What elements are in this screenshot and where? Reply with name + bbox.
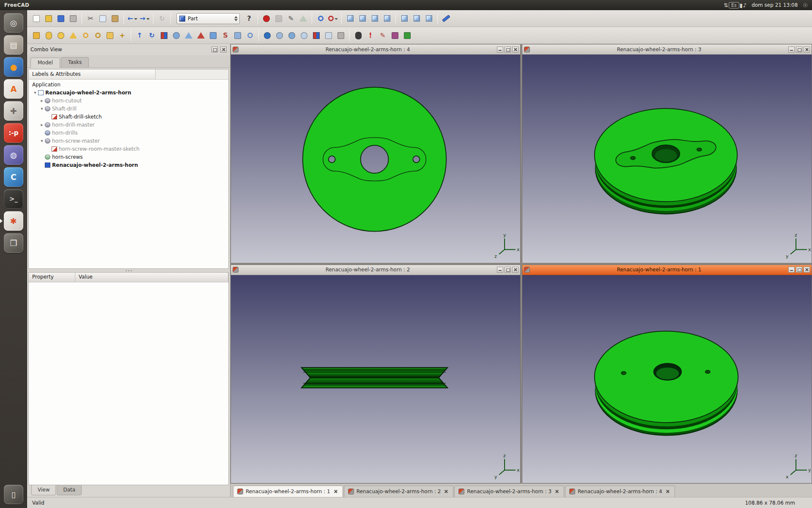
tree-item-horn-screw-room-master-sketch[interactable]: horn-screw-room-master-sketch [29, 145, 228, 153]
system-settings-icon[interactable]: ✚ [4, 101, 23, 121]
tree-down-arrow-icon[interactable]: ▾ [39, 106, 45, 111]
part-check-geometry-icon[interactable]: ! [365, 30, 376, 41]
software-center-icon[interactable]: A [4, 79, 23, 99]
viewport-titlebar[interactable]: Renacuajo-wheel-2-arms-horn : 3 [522, 44, 812, 55]
tab-data[interactable]: Data [57, 485, 82, 495]
cut-icon[interactable]: ✂ [85, 13, 96, 25]
draw-style-icon[interactable] [327, 13, 339, 25]
close-button[interactable] [804, 47, 810, 52]
maximize-button[interactable] [796, 47, 802, 52]
float-panel-icon[interactable] [211, 47, 218, 52]
measure-distance-icon[interactable] [440, 13, 452, 25]
battery-icon[interactable]: ▮ [740, 3, 743, 8]
tree-item-horn-screw-master[interactable]: ▾horn-screw-master [29, 137, 228, 145]
mdi-tab[interactable]: Renacuajo-wheel-2-arms-horn : 2 [344, 486, 454, 497]
part-appearance-icon[interactable] [352, 30, 364, 41]
tree-item-horn-cutout[interactable]: ▸horn-cutout [29, 97, 228, 105]
part-defeaturing-icon[interactable]: ✎ [377, 30, 389, 41]
part-thickness-icon[interactable] [244, 30, 256, 41]
part-extrude-icon[interactable]: ↑ [134, 30, 145, 41]
minimize-button[interactable] [497, 267, 503, 273]
launcher-window-stack[interactable]: ❒ [0, 232, 27, 254]
part-compound-icon[interactable] [335, 30, 347, 41]
part-chamfer-icon[interactable] [183, 30, 195, 41]
value-column-header[interactable]: Value [75, 273, 228, 282]
part-sphere-icon[interactable] [55, 30, 67, 41]
view-bottom-icon[interactable] [411, 13, 422, 25]
tree-item-horn-drill-master[interactable]: ▸horn-drill-master [29, 121, 228, 129]
tree-item-renacuajo-wheel-2-arms-horn[interactable]: ▾Renacuajo-wheel-2-arms-horn [29, 88, 228, 97]
view-right-icon[interactable] [381, 13, 393, 25]
part-boolean-icon[interactable] [261, 30, 273, 41]
copy-icon[interactable] [97, 13, 109, 25]
part-refine-shape-icon[interactable] [389, 30, 401, 41]
tree-down-arrow-icon[interactable]: ▾ [32, 90, 38, 95]
keyboard-layout-icon[interactable]: Es [729, 2, 739, 8]
close-icon[interactable] [443, 489, 449, 494]
launcher-firefox[interactable]: ● [0, 56, 27, 78]
part-box-icon[interactable] [30, 30, 42, 41]
tab-tasks[interactable]: Tasks [61, 57, 89, 67]
launcher-ubuntu-one[interactable]: ◍ [0, 144, 27, 166]
tree-header-label[interactable]: Labels & Attributes [29, 69, 156, 79]
macro-execute-icon[interactable] [297, 13, 309, 25]
panel-splitter[interactable] [28, 269, 229, 272]
part-sweep-icon[interactable]: S [219, 30, 231, 41]
network-icon[interactable]: ⇅ [724, 3, 728, 8]
part-section-icon[interactable] [310, 30, 322, 41]
close-icon[interactable] [333, 489, 339, 494]
view-front-icon[interactable] [357, 13, 368, 25]
close-button[interactable] [804, 267, 810, 273]
clock[interactable]: dom sep 21 13:08 [752, 2, 798, 8]
tree-right-arrow-icon[interactable]: ▸ [39, 98, 45, 103]
3d-viewport[interactable]: z x y [231, 275, 520, 483]
dropdown-caret-icon[interactable] [146, 18, 150, 22]
3d-viewport[interactable]: z x y [522, 55, 812, 263]
minimize-button[interactable] [788, 47, 795, 52]
tree-item-renacuajo-wheel-2-arms-horn[interactable]: Renacuajo-wheel-2-arms-horn [29, 161, 228, 169]
tree-item-horn-drills[interactable]: horn-drills [29, 129, 228, 137]
part-mirror-icon[interactable] [158, 30, 170, 41]
launcher-software-center[interactable]: A [0, 78, 27, 100]
open-document-icon[interactable] [43, 13, 55, 25]
freecad-icon[interactable]: ✱ [4, 211, 23, 231]
part-tube-icon[interactable] [92, 30, 104, 41]
launcher-trash[interactable]: ▯ [0, 483, 27, 505]
part-union-icon[interactable] [286, 30, 298, 41]
mdi-tab[interactable]: Renacuajo-wheel-2-arms-horn : 3 [454, 486, 564, 497]
macro-record-icon[interactable] [261, 13, 272, 25]
close-button[interactable] [512, 267, 518, 273]
tree-item-horn-screws[interactable]: horn-screws [29, 153, 228, 161]
view-top-icon[interactable] [369, 13, 381, 25]
trash-icon[interactable]: ▯ [4, 485, 23, 504]
tree-right-arrow-icon[interactable]: ▸ [39, 122, 45, 127]
dropdown-caret-icon[interactable] [134, 18, 137, 22]
dash-home-icon[interactable]: ◎ [4, 13, 23, 33]
volume-icon[interactable]: ♪ [743, 3, 746, 8]
refresh-icon[interactable]: ↻ [156, 13, 168, 25]
viewport-titlebar[interactable]: Renacuajo-wheel-2-arms-horn : 1 [522, 265, 812, 275]
part-shape-builder-icon[interactable]: + [116, 30, 128, 41]
tree-item-shaft-drill-sketch[interactable]: Shaft-drill-sketch [29, 113, 228, 121]
property-column-header[interactable]: Property [29, 273, 75, 282]
viewport-titlebar[interactable]: Renacuajo-wheel-2-arms-horn : 4 [231, 44, 520, 55]
tab-model[interactable]: Model [30, 58, 60, 68]
part-torus-icon[interactable] [80, 30, 91, 41]
tree-down-arrow-icon[interactable]: ▾ [39, 138, 45, 143]
launcher-files[interactable]: ▤ [0, 34, 27, 56]
tree-item-application[interactable]: Application [29, 80, 228, 88]
launcher-terminal[interactable]: >_ [0, 188, 27, 210]
part-cone-icon[interactable] [67, 30, 79, 41]
print-document-icon[interactable] [67, 13, 79, 25]
session-menu-icon[interactable]: ☉ [803, 3, 808, 8]
launcher-music-player[interactable]: C [0, 166, 27, 188]
tab-view[interactable]: View [31, 485, 56, 495]
macro-edit-icon[interactable]: ✎ [285, 13, 297, 25]
close-button[interactable] [512, 47, 518, 52]
view-left-icon[interactable] [423, 13, 435, 25]
part-create-primitives-icon[interactable] [104, 30, 116, 41]
view-rear-icon[interactable] [398, 13, 410, 25]
part-intersection-icon[interactable] [298, 30, 310, 41]
workbench-selector[interactable]: Part [176, 13, 240, 24]
part-offset-icon[interactable] [232, 30, 244, 41]
